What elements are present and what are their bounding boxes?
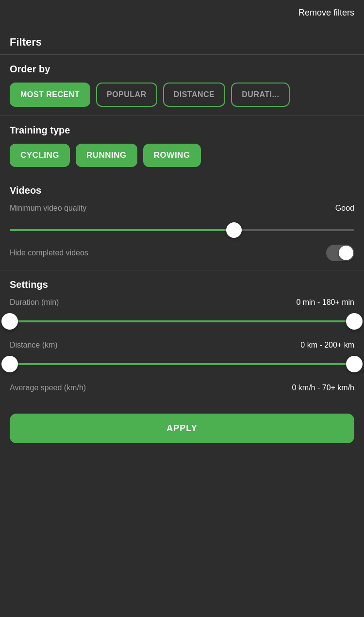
slider-thumb[interactable] xyxy=(226,222,242,238)
distance-label: Distance (km) xyxy=(10,341,58,350)
speed-row: Average speed (km/h) 0 km/h - 70+ km/h xyxy=(10,384,354,392)
remove-filters-button[interactable]: Remove filters xyxy=(298,8,354,18)
distance-value: 0 km - 200+ km xyxy=(300,341,354,350)
hide-completed-row: Hide completed videos xyxy=(10,245,354,261)
order-btn-most-recent[interactable]: MOST RECENT xyxy=(10,83,90,107)
apply-button[interactable]: APPLY xyxy=(10,414,354,443)
settings-section: Settings Duration (min) 0 min - 180+ min… xyxy=(0,270,364,406)
order-btn-duration[interactable]: DURATI... xyxy=(231,83,290,107)
distance-row: Distance (km) 0 km - 200+ km xyxy=(10,341,354,350)
distance-thumb-right[interactable] xyxy=(346,356,363,372)
videos-section: Videos Minimum video quality Good Hide c… xyxy=(0,176,364,270)
settings-label: Settings xyxy=(10,279,354,290)
videos-label: Videos xyxy=(10,185,354,196)
filters-title-section: Filters xyxy=(0,26,364,54)
quality-slider[interactable] xyxy=(10,220,354,240)
duration-thumb-right[interactable] xyxy=(346,313,363,330)
filters-title: Filters xyxy=(10,36,354,49)
order-btn-popular[interactable]: POPULAR xyxy=(96,83,157,107)
training-type-buttons: CYCLING RUNNING ROWING xyxy=(10,144,354,167)
training-type-label: Training type xyxy=(10,125,354,136)
distance-thumb-left[interactable] xyxy=(1,356,18,372)
duration-slider[interactable] xyxy=(10,312,354,331)
hide-completed-label: Hide completed videos xyxy=(10,249,88,257)
slider-fill xyxy=(10,229,234,231)
apply-btn-container: APPLY xyxy=(0,406,364,458)
distance-slider[interactable] xyxy=(10,354,354,374)
training-btn-running[interactable]: RUNNING xyxy=(76,144,137,167)
duration-track xyxy=(10,320,354,322)
speed-label: Average speed (km/h) xyxy=(10,384,86,392)
order-by-label: Order by xyxy=(10,64,354,75)
order-btn-distance[interactable]: DISTANCE xyxy=(163,83,226,107)
top-bar: Remove filters xyxy=(0,0,364,26)
order-by-section: Order by MOST RECENT POPULAR DISTANCE DU… xyxy=(0,55,364,116)
quality-row: Minimum video quality Good xyxy=(10,204,354,213)
duration-row: Duration (min) 0 min - 180+ min xyxy=(10,298,354,307)
duration-label: Duration (min) xyxy=(10,298,59,307)
distance-track xyxy=(10,363,354,365)
training-btn-rowing[interactable]: ROWING xyxy=(143,144,201,167)
quality-value: Good xyxy=(335,204,354,213)
quality-label: Minimum video quality xyxy=(10,204,86,213)
training-type-section: Training type CYCLING RUNNING ROWING xyxy=(0,116,364,176)
toggle-knob xyxy=(339,246,353,260)
slider-track xyxy=(10,229,354,231)
duration-value: 0 min - 180+ min xyxy=(296,298,354,307)
duration-thumb-left[interactable] xyxy=(1,313,18,330)
training-btn-cycling[interactable]: CYCLING xyxy=(10,144,70,167)
hide-completed-toggle[interactable] xyxy=(326,245,354,261)
speed-value: 0 km/h - 70+ km/h xyxy=(292,384,355,392)
order-by-buttons: MOST RECENT POPULAR DISTANCE DURATI... xyxy=(10,83,354,107)
